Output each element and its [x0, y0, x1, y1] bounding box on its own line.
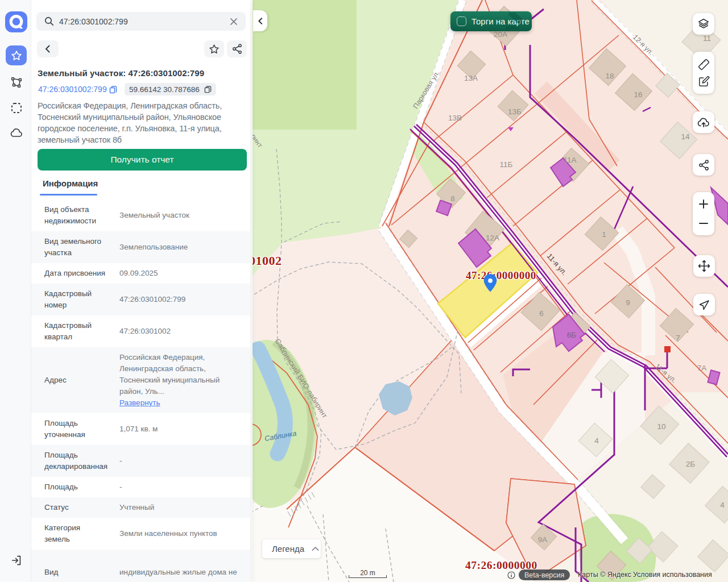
svg-text:10: 10: [657, 422, 665, 431]
svg-text:16: 16: [634, 90, 642, 99]
svg-text:18: 18: [605, 72, 614, 80]
svg-text:1: 1: [602, 230, 606, 239]
svg-text:11: 11: [703, 34, 711, 43]
svg-text:47:26:0000000: 47:26:0000000: [466, 269, 536, 281]
svg-text:20А: 20А: [494, 30, 507, 39]
svg-text:13Б: 13Б: [508, 107, 522, 116]
svg-text:2Б: 2Б: [686, 460, 696, 468]
svg-text:12А: 12А: [486, 234, 499, 242]
svg-text:6: 6: [539, 309, 544, 318]
svg-text:6Б: 6Б: [567, 331, 577, 339]
svg-text:8: 8: [450, 194, 455, 203]
svg-text:13А: 13А: [464, 74, 478, 82]
svg-text:9А: 9А: [538, 535, 548, 544]
svg-text:01002: 01002: [253, 253, 282, 268]
svg-text:11Б: 11Б: [500, 160, 513, 169]
svg-text:9: 9: [626, 298, 630, 307]
svg-text:4: 4: [720, 501, 725, 509]
svg-text:7А: 7А: [697, 364, 707, 372]
svg-text:4: 4: [594, 436, 599, 445]
svg-text:14: 14: [681, 132, 690, 141]
svg-text:7: 7: [676, 334, 680, 342]
svg-text:11А: 11А: [563, 156, 576, 164]
svg-text:13В: 13В: [448, 114, 462, 122]
